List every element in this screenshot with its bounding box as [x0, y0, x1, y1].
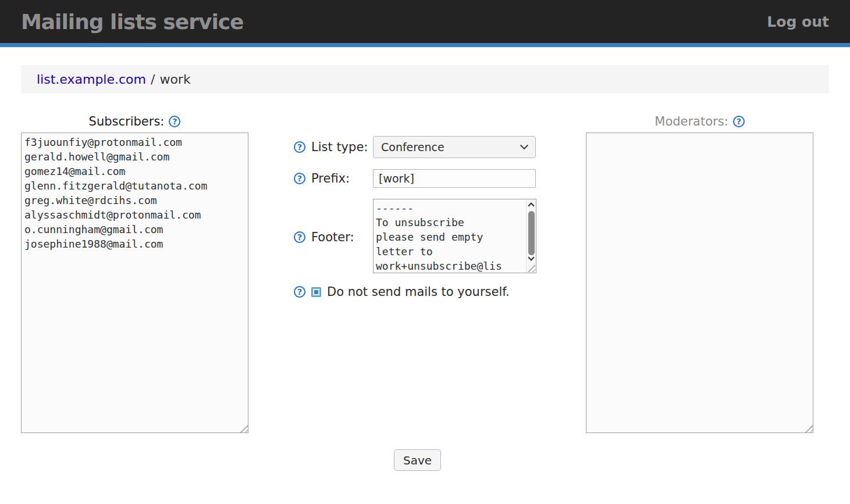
- prefix-help-icon[interactable]: ?: [294, 173, 305, 184]
- prefix-input[interactable]: [373, 169, 536, 188]
- subscribers-header: Subscribers: ?: [21, 114, 248, 129]
- no-self-mail-checkbox[interactable]: [311, 287, 321, 297]
- chevron-down-icon: [520, 141, 528, 149]
- moderators-label: Moderators:: [655, 115, 728, 128]
- moderators-textarea[interactable]: [586, 133, 813, 433]
- moderators-field-wrap: [586, 133, 813, 433]
- save-button[interactable]: Save: [394, 449, 441, 471]
- scroll-down-icon[interactable]: [528, 254, 534, 260]
- prefix-label: Prefix:: [311, 171, 350, 185]
- breadcrumb: list.example.com / work: [21, 65, 829, 94]
- footer-label: Footer:: [311, 230, 354, 244]
- list-type-selected-value: Conference: [381, 141, 444, 153]
- page: Mailing lists service Log out list.examp…: [0, 0, 850, 504]
- prefix-row: ? Prefix:: [294, 169, 350, 188]
- footer-scrollbar[interactable]: [526, 199, 536, 273]
- no-self-mail-label: Do not send mails to yourself.: [327, 285, 510, 299]
- moderators-help-icon[interactable]: ?: [733, 116, 745, 127]
- no-self-mail-row: ? Do not send mails to yourself.: [294, 285, 510, 298]
- scroll-up-icon[interactable]: [528, 202, 534, 209]
- list-type-select[interactable]: Conference: [373, 136, 536, 158]
- moderators-header: Moderators: ?: [586, 114, 813, 129]
- footer-textarea-content: ------ To unsubscribe please send empty …: [374, 199, 525, 273]
- subscribers-textarea[interactable]: f3juounfiy@protonmail.com gerald.howell@…: [21, 133, 248, 433]
- breadcrumb-domain-link[interactable]: list.example.com: [37, 72, 146, 87]
- subscribers-label: Subscribers:: [89, 115, 165, 128]
- footer-row: ? Footer:: [294, 230, 354, 244]
- app-title: Mailing lists service: [21, 10, 244, 34]
- scrollbar-thumb[interactable]: [528, 211, 535, 255]
- breadcrumb-separator: /: [151, 72, 155, 87]
- list-type-help-icon[interactable]: ?: [294, 141, 305, 153]
- app-header: Mailing lists service Log out: [0, 0, 850, 47]
- subscribers-field-wrap: f3juounfiy@protonmail.com gerald.howell@…: [21, 133, 248, 433]
- no-self-mail-help-icon[interactable]: ?: [294, 286, 305, 298]
- breadcrumb-current: work: [159, 72, 190, 87]
- footer-help-icon[interactable]: ?: [294, 231, 305, 243]
- logout-link[interactable]: Log out: [767, 13, 829, 30]
- list-type-row: ? List type:: [294, 136, 368, 158]
- footer-textarea[interactable]: ------ To unsubscribe please send empty …: [373, 199, 536, 273]
- subscribers-help-icon[interactable]: ?: [169, 116, 180, 127]
- list-type-label: List type:: [311, 140, 368, 154]
